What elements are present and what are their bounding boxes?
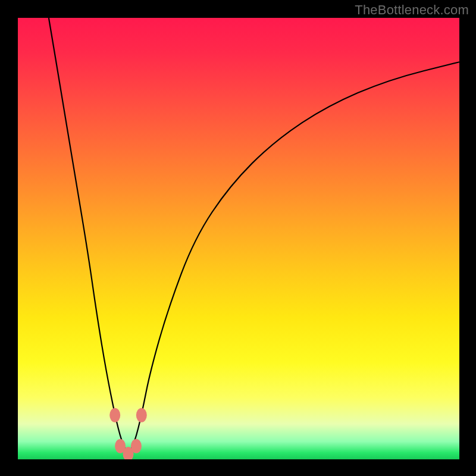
bottleneck-curve-path <box>49 18 459 452</box>
curve-marker <box>136 408 147 422</box>
watermark-text: TheBottleneck.com <box>355 2 469 18</box>
chart-frame: TheBottleneck.com <box>0 0 476 476</box>
curve-marker <box>131 439 142 453</box>
plot-area <box>18 18 459 459</box>
bottleneck-curve <box>49 18 459 452</box>
curve-layer <box>18 18 459 459</box>
curve-markers <box>109 408 147 459</box>
curve-marker <box>109 408 120 422</box>
